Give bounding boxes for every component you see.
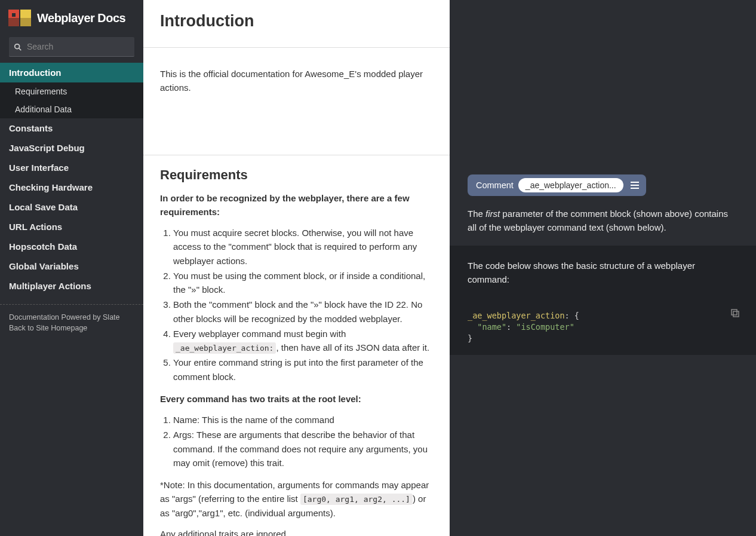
logo-text: Webplayer Docs xyxy=(37,11,125,25)
main-content: Introduction This is the official docume… xyxy=(143,0,450,536)
right-description: The first parameter of the comment block… xyxy=(450,202,756,246)
list-item: Your entire command string is put into t… xyxy=(173,356,433,384)
comment-value: _ae_webplayer_action... xyxy=(518,178,623,192)
sidebar-footer: Documentation Powered by Slate Back to S… xyxy=(0,304,143,343)
list-item: Args: These are arguments that describe … xyxy=(173,428,433,470)
nav-local-save-data[interactable]: Local Save Data xyxy=(0,197,143,217)
list-item: You must be using the comment block, or … xyxy=(173,269,433,297)
requirements-heading: Requirements xyxy=(160,167,433,183)
footer-slate-link[interactable]: Documentation Powered by Slate xyxy=(9,313,134,321)
right-panel: Comment _ae_webplayer_action... The firs… xyxy=(450,0,756,536)
menu-icon[interactable] xyxy=(628,180,641,190)
requirements-note: *Note: In this documentation, arguments … xyxy=(160,478,433,520)
nav-sub-additional-data[interactable]: Additional Data xyxy=(0,100,143,118)
search-input[interactable] xyxy=(9,37,134,57)
comment-pill: Comment _ae_webplayer_action... xyxy=(468,174,646,196)
requirements-list-2: Name: This is the name of the command Ar… xyxy=(160,413,433,470)
logo-icon xyxy=(8,10,31,26)
page-title: Introduction xyxy=(160,12,433,30)
section-introduction: Introduction xyxy=(143,0,450,48)
nav-multiplayer-actions[interactable]: Multiplayer Actions xyxy=(0,276,143,296)
svg-rect-3 xyxy=(733,311,739,317)
nav-introduction[interactable]: Introduction xyxy=(0,63,143,82)
search-icon xyxy=(14,43,22,51)
logo-area: Webplayer Docs xyxy=(0,0,143,33)
list-item: Name: This is the name of the command xyxy=(173,413,433,427)
sidebar: Webplayer Docs Introduction Requirements… xyxy=(0,0,143,536)
requirements-list-1: You must acquire secret blocks. Otherwis… xyxy=(160,226,433,384)
nav-checking-hardware[interactable]: Checking Hardware xyxy=(0,177,143,197)
svg-point-0 xyxy=(15,44,20,48)
intro-body-section: This is the official documentation for A… xyxy=(143,48,450,155)
nav-url-actions[interactable]: URL Actions xyxy=(0,217,143,237)
nav-constants[interactable]: Constants xyxy=(0,118,143,138)
search-box xyxy=(9,37,134,57)
requirements-lead2: Every command has two traits at the root… xyxy=(160,392,433,406)
list-item: You must acquire secret blocks. Otherwis… xyxy=(173,226,433,268)
right-code-intro: The code below shows the basic structure… xyxy=(450,246,756,300)
nav-sub-requirements[interactable]: Requirements xyxy=(0,82,143,100)
section-requirements: Requirements In order to be recognized b… xyxy=(143,155,450,537)
nav-hopscotch-data[interactable]: Hopscotch Data xyxy=(0,237,143,256)
list-item: Both the "comment" block and the "»" blo… xyxy=(173,298,433,326)
list-item: Every webplayer command must begin with … xyxy=(173,327,433,355)
nav-user-interface[interactable]: User Interface xyxy=(0,158,143,177)
inline-code: _ae_webplayer_action: xyxy=(173,342,276,354)
code-block: _ae_webplayer_action: { "name": "isCompu… xyxy=(450,299,756,355)
intro-body: This is the official documentation for A… xyxy=(160,67,433,95)
footer-homepage-link[interactable]: Back to Site Homepage xyxy=(9,324,134,332)
nav-javascript-debug[interactable]: JavaScript Debug xyxy=(0,138,143,158)
svg-rect-2 xyxy=(732,310,737,315)
requirements-lead: In order to be recognized by the webplay… xyxy=(160,191,433,219)
nav-list: Introduction Requirements Additional Dat… xyxy=(0,63,143,296)
copy-icon[interactable] xyxy=(730,308,739,317)
comment-block-example: Comment _ae_webplayer_action... xyxy=(450,166,756,202)
comment-label: Comment xyxy=(476,180,514,190)
requirements-note2: Any additional traits are ignored. xyxy=(160,527,433,536)
nav-global-variables[interactable]: Global Variables xyxy=(0,256,143,276)
svg-line-1 xyxy=(19,48,21,50)
inline-code: [arg0, arg1, arg2, ...] xyxy=(300,494,413,505)
